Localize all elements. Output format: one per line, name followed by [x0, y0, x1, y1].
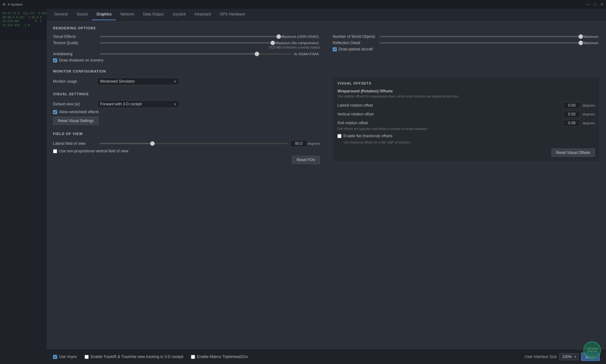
default-view-dropdown-wrapper: Forward with 3-D cockpit Forward with 2-…: [97, 100, 179, 108]
texture-quality-row: Texture Quality Maximum (No compression): [53, 41, 320, 45]
wraparound-title: Wraparound (Rotation) Offsets: [337, 89, 595, 93]
flat-offsets-desc: Use fractional offsets for a flat "wall"…: [344, 141, 595, 144]
monitor-config-section: MONITOR CONFIGURATION Monitor usage Wind…: [53, 69, 320, 85]
fov-title: FIELD OF VIEW: [53, 132, 320, 136]
reflection-detail-fill: [379, 42, 581, 44]
world-objects-fill: [379, 36, 581, 37]
tab-graphics[interactable]: Graphics: [92, 9, 116, 20]
roll-rotation-input[interactable]: [563, 120, 580, 126]
ui-size-wrapper: 75% 100% 125% 150% ▼: [559, 353, 579, 360]
trackir-checkbox[interactable]: [85, 355, 89, 359]
default-view-select[interactable]: Forward with 3-D cockpit Forward with 2-…: [97, 100, 179, 108]
bottom-bar: Use Vsync Enable TrackIR & TrackHat view…: [47, 349, 606, 364]
world-objects-value: Maximum: [583, 35, 600, 38]
vertical-rotation-label: Vertical rotation offset: [337, 112, 563, 116]
roll-rotation-value-group: degrees: [563, 120, 595, 126]
draw-parked-row: Draw parked aircraft: [333, 47, 600, 51]
watermark: 中国飞行者China Flier: [583, 341, 601, 359]
lateral-fov-row: Lateral field of view degrees: [53, 140, 320, 147]
visual-effects-thumb[interactable]: [276, 34, 281, 39]
vsync-row: Use Vsync: [53, 355, 77, 359]
texture-quality-thumb[interactable]: [270, 41, 275, 45]
tab-gps-hardware[interactable]: GPS Hardware: [215, 9, 250, 20]
tab-general[interactable]: General: [50, 9, 72, 20]
allow-windshield-row: Allow windshield effects: [53, 110, 320, 114]
tab-data-output[interactable]: Data Output: [139, 9, 168, 20]
default-view-label: Default view [w]: [53, 102, 97, 106]
lateral-rotation-label: Lateral rotation offset: [337, 103, 563, 108]
allow-windshield-checkbox[interactable]: [53, 110, 57, 114]
roll-rotation-desc: Roll offsets are typically used when a m…: [337, 127, 595, 131]
draw-parked-checkbox[interactable]: [333, 47, 337, 51]
antialiasing-track[interactable]: [100, 53, 291, 55]
monitor-usage-row: Monitor usage Windowed Simulator Full Sc…: [53, 78, 320, 85]
right-panel: General Sound Graphics Network Data Outp…: [47, 9, 606, 364]
lateral-rotation-value-group: degrees: [563, 102, 595, 109]
allow-windshield-label: Allow windshield effects: [59, 110, 99, 114]
tab-joystick[interactable]: Joystick: [168, 9, 190, 20]
reset-fov-button[interactable]: Reset FOV: [292, 156, 320, 164]
reflection-detail-track[interactable]: [379, 42, 581, 44]
texture-quality-track[interactable]: [100, 42, 273, 44]
default-view-row: Default view [w] Forward with 3-D cockpi…: [53, 100, 320, 108]
visual-effects-track[interactable]: [100, 36, 279, 37]
matrox-checkbox[interactable]: [191, 355, 195, 359]
lateral-fov-thumb[interactable]: [150, 141, 155, 146]
draw-shadows-checkbox[interactable]: [53, 58, 57, 62]
world-objects-track[interactable]: [379, 36, 581, 37]
visual-effects-label: Visual Effects: [53, 34, 97, 39]
visual-settings-section: VISUAL SETTINGS Default view [w] Forward…: [53, 92, 320, 125]
draw-shadows-row: Draw shadows on scenery: [53, 58, 320, 62]
reset-visual-settings-button[interactable]: Reset Visual Settings: [53, 117, 98, 125]
vsync-checkbox[interactable]: [53, 355, 57, 359]
tab-network[interactable]: Network: [116, 9, 139, 20]
title-bar: ✈ X-System — □ ✕: [0, 0, 606, 9]
world-objects-thumb[interactable]: [579, 34, 583, 39]
tab-sound[interactable]: Sound: [72, 9, 92, 20]
lateral-fov-fill: [100, 143, 152, 144]
reset-fov-wrapper: Reset FOV: [53, 156, 320, 164]
reset-visual-offsets-button[interactable]: Reset Visual Offsets: [551, 149, 595, 157]
antialiasing-thumb[interactable]: [255, 52, 259, 56]
flat-offsets-checkbox[interactable]: [337, 134, 342, 138]
vsync-label: Use Vsync: [59, 355, 77, 359]
main-container: 00:15:35.8 fps:221 0.001.0.0.0 00:00:0 0…: [0, 9, 606, 364]
two-column-layout: RENDERING OPTIONS Visual Effects Maximum…: [53, 26, 600, 171]
world-objects-label: Number of World Objects: [333, 34, 377, 39]
right-column: PLACEHOLDER Number of World Objects Maxi…: [333, 26, 600, 171]
ui-size-select[interactable]: 75% 100% 125% 150%: [559, 353, 579, 360]
rendering-title: RENDERING OPTIONS: [53, 26, 320, 30]
visual-settings-title: VISUAL SETTINGS: [53, 92, 320, 96]
antialiasing-value: 4x SSAA+FXAA: [294, 52, 320, 56]
right-rendering-section: PLACEHOLDER Number of World Objects Maxi…: [333, 26, 600, 51]
lateral-rotation-input[interactable]: [563, 102, 580, 109]
app-icon: ✈: [3, 2, 6, 7]
close-button[interactable]: ✕: [600, 2, 603, 7]
monitor-usage-label: Monitor usage: [53, 79, 97, 84]
left-column: RENDERING OPTIONS Visual Effects Maximum…: [53, 26, 320, 171]
minimize-button[interactable]: —: [587, 2, 591, 7]
matrox-row: Enable Matrox TripleHead2Go: [191, 355, 248, 359]
wraparound-desc: Use rotation offsets for wraparound view…: [337, 95, 595, 98]
monitor-usage-select[interactable]: Windowed Simulator Full Screen Simulator…: [97, 78, 179, 85]
maximize-button[interactable]: □: [594, 2, 597, 7]
roll-rotation-row: Roll rotation offset degrees: [337, 120, 595, 126]
lateral-fov-track[interactable]: [100, 143, 288, 144]
trackir-row: Enable TrackIR & TrackHat view tracking …: [85, 355, 183, 359]
antialiasing-row: Antialiasing 4x SSAA+FXAA: [53, 52, 320, 56]
reflection-detail-thumb[interactable]: [579, 41, 583, 45]
content-area: RENDERING OPTIONS Visual Effects Maximum…: [47, 21, 606, 349]
visual-effects-fill: [100, 36, 279, 37]
visual-offsets-title: VISUAL OFFSETS: [337, 81, 595, 85]
field-of-view-section: FIELD OF VIEW Lateral field of view degr…: [53, 132, 320, 164]
texture-quality-fill: [100, 42, 273, 44]
ui-size-label: User Interface Size: [525, 355, 557, 359]
vertical-rotation-input[interactable]: [563, 111, 580, 118]
tab-keyboard[interactable]: Keyboard: [190, 9, 215, 20]
vertical-rotation-value-group: degrees: [563, 111, 595, 118]
lateral-fov-input[interactable]: [290, 140, 307, 147]
tab-bar: General Sound Graphics Network Data Outp…: [47, 9, 606, 21]
draw-shadows-label: Draw shadows on scenery: [59, 58, 104, 62]
non-proportional-checkbox[interactable]: [53, 149, 57, 153]
matrox-label: Enable Matrox TripleHead2Go: [197, 355, 248, 359]
